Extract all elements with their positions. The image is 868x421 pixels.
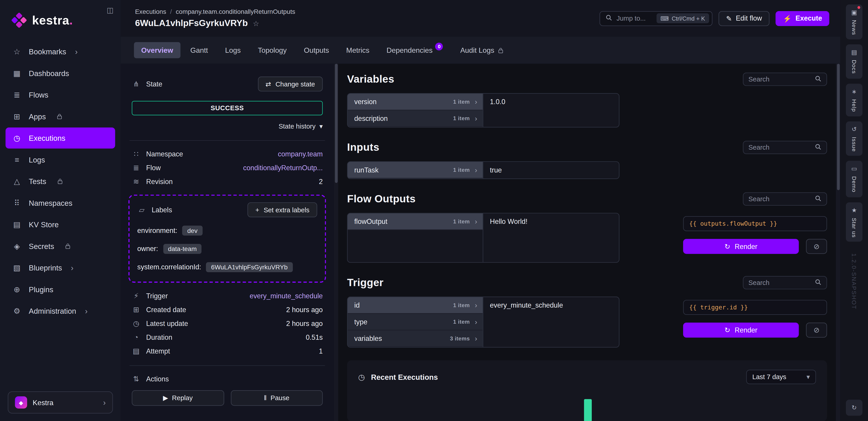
- rail-item-demo[interactable]: ▭ Demo: [846, 161, 862, 197]
- meta-rows: ⚡Trigger every_minute_schedule ⊞Created …: [132, 291, 323, 355]
- item-count: 1 item: [453, 218, 470, 225]
- search-icon: [815, 195, 822, 203]
- duration-value: 0.51s: [306, 333, 323, 341]
- search-icon: [815, 143, 822, 152]
- kv-row-id[interactable]: id 1 item ›: [348, 297, 483, 314]
- execute-button[interactable]: ⚡ Execute: [776, 11, 829, 26]
- pause-button[interactable]: ‖Pause: [230, 390, 323, 406]
- flow-outputs-search[interactable]: [743, 192, 827, 206]
- inputs-section-body: runTask 1 item › true: [347, 161, 827, 179]
- sidebar-item-label: Apps: [29, 112, 46, 121]
- jump-to-search[interactable]: ⌨Ctrl/Cmd + K: [599, 11, 712, 26]
- favorite-star-icon[interactable]: ☆: [253, 19, 259, 27]
- rail-item-star-us[interactable]: ★ Star us: [846, 202, 862, 242]
- sidebar-item-administration[interactable]: ⚙ Administration ›: [5, 300, 115, 321]
- tab-dependencies[interactable]: Dependencies0: [379, 42, 450, 58]
- sidebar-item-bookmarks[interactable]: ☆ Bookmarks ›: [5, 41, 115, 62]
- tab-gantt[interactable]: Gantt: [183, 42, 215, 58]
- execution-chart-bar[interactable]: [584, 399, 592, 421]
- revision-row: ≋Revision 2: [132, 177, 323, 186]
- kv-row-type[interactable]: type 1 item ›: [348, 314, 483, 330]
- kv-row-flowoutput[interactable]: flowOutput 1 item ›: [348, 214, 483, 230]
- lock-icon: [498, 48, 503, 53]
- sidebar-item-secrets[interactable]: ◈ Secrets: [5, 235, 115, 257]
- flow-icon: ≣: [132, 163, 141, 172]
- sidebar-collapse-icon[interactable]: ◫: [107, 6, 114, 15]
- tab-topology[interactable]: Topology: [251, 42, 294, 58]
- tests-icon: △: [12, 177, 22, 186]
- dependencies-count-badge: 0: [435, 43, 443, 51]
- issue-icon: ↺: [851, 125, 857, 133]
- item-count: 1 item: [453, 302, 470, 308]
- rail-item-docs[interactable]: ▤ Docs: [846, 45, 862, 79]
- sidebar-item-tests[interactable]: △ Tests: [5, 171, 115, 192]
- scrollbar-thumb[interactable]: [837, 64, 839, 190]
- trigger-search[interactable]: [743, 276, 827, 289]
- sidebar-item-blueprints[interactable]: ▧ Blueprints ›: [5, 257, 115, 278]
- search-input[interactable]: [748, 195, 810, 203]
- trigger-link[interactable]: every_minute_schedule: [250, 292, 322, 300]
- rail-label: Help: [851, 99, 857, 112]
- breadcrumb-executions[interactable]: Executions: [135, 8, 166, 15]
- sidebar-item-label: Secrets: [29, 242, 54, 250]
- clear-render-button[interactable]: ⊘: [806, 239, 827, 254]
- variables-search[interactable]: [743, 73, 827, 86]
- breadcrumb-flow[interactable]: company.team.conditionallyReturnOutputs: [176, 8, 295, 15]
- render-button[interactable]: ↻Render: [683, 322, 799, 337]
- jump-to-input[interactable]: [616, 15, 652, 22]
- right-rail: ▣ News ▤ Docs ∗ Help ↺ Issue ▭ Demo ★ St…: [840, 0, 868, 421]
- user-card[interactable]: ◆ Kestra ›: [8, 391, 113, 414]
- date-range-select[interactable]: Last 7 days ▾: [746, 370, 816, 384]
- namespace-link[interactable]: company.team: [278, 150, 323, 158]
- render-button[interactable]: ↻Render: [683, 239, 799, 254]
- rail-item-news[interactable]: ▣ News: [846, 4, 862, 39]
- sidebar-item-flows[interactable]: ≣ Flows: [5, 84, 115, 105]
- expression-input[interactable]: {{ outputs.flowOutput }}: [683, 216, 827, 231]
- search-input[interactable]: [748, 75, 810, 83]
- search-input[interactable]: [748, 143, 810, 151]
- kestra-logo[interactable]: kestra.: [0, 0, 121, 39]
- sidebar-item-executions[interactable]: ◷ Executions: [5, 128, 115, 148]
- inputs-card: runTask 1 item › true: [347, 161, 620, 179]
- rail-item-issue[interactable]: ↺ Issue: [846, 121, 862, 156]
- replay-button[interactable]: ▶Replay: [132, 390, 224, 406]
- chevron-right-icon: ›: [475, 97, 477, 106]
- search-input[interactable]: [748, 279, 810, 286]
- inputs-search[interactable]: [743, 141, 827, 154]
- sidebar-item-plugins[interactable]: ⊕ Plugins: [5, 279, 115, 300]
- divider: [129, 140, 325, 141]
- tab-overview[interactable]: Overview: [134, 42, 180, 58]
- tab-logs[interactable]: Logs: [218, 42, 248, 58]
- sidebar: ◫ kestra. ☆ Bookmarks › ▦ Dashboards ≣ F…: [0, 0, 121, 421]
- sidebar-item-kv-store[interactable]: ▤ KV Store: [5, 214, 115, 235]
- sidebar-item-dashboards[interactable]: ▦ Dashboards: [5, 63, 115, 84]
- change-state-button[interactable]: ⇄Change state: [258, 77, 323, 91]
- kv-row-variables[interactable]: variables 3 items ›: [348, 331, 483, 347]
- plugins-icon: ⊕: [12, 285, 22, 294]
- state-history-toggle[interactable]: State history ▾: [132, 122, 323, 130]
- rail-label: Docs: [851, 60, 857, 74]
- kv-row-description[interactable]: description 1 item ›: [348, 110, 483, 127]
- edit-flow-button[interactable]: ✎ Edit flow: [718, 11, 770, 26]
- sidebar-item-logs[interactable]: ≡ Logs: [5, 149, 115, 170]
- swap-icon: ⇄: [266, 80, 271, 88]
- demo-icon: ▭: [851, 165, 857, 173]
- expression-input[interactable]: {{ trigger.id }}: [683, 300, 827, 315]
- set-extra-labels-button[interactable]: +Set extra labels: [248, 202, 317, 217]
- sidebar-item-apps[interactable]: ⊞ Apps: [5, 106, 115, 127]
- sidebar-item-namespaces[interactable]: ⠿ Namespaces: [5, 192, 115, 214]
- right-scrollbar: [836, 64, 840, 421]
- flow-link[interactable]: conditionallyReturnOutp...: [243, 164, 322, 172]
- rail-item-refresh[interactable]: ↻: [846, 400, 862, 416]
- tab-outputs[interactable]: Outputs: [297, 42, 336, 58]
- tab-metrics[interactable]: Metrics: [339, 42, 377, 58]
- help-icon: ∗: [851, 88, 857, 95]
- tab-audit-logs[interactable]: Audit Logs: [453, 42, 510, 58]
- kv-row-runtask[interactable]: runTask 1 item ›: [348, 162, 483, 178]
- scrollbar-thumb[interactable]: [335, 64, 337, 183]
- rail-item-help[interactable]: ∗ Help: [846, 84, 862, 116]
- state-row: ⋔State ⇄Change state: [132, 77, 323, 91]
- kv-row-version[interactable]: version 1 item ›: [348, 94, 483, 110]
- label-environment: environment: dev: [137, 226, 317, 235]
- clear-render-button[interactable]: ⊘: [806, 322, 827, 337]
